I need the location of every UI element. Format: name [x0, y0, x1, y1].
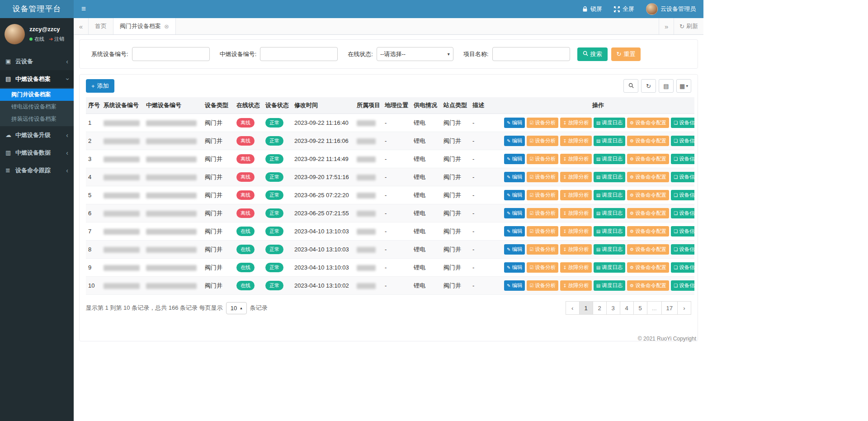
device-command-config-button[interactable]: ⚙设备命令配置 — [627, 190, 669, 200]
fault-analysis-button[interactable]: ↧故障分析 — [560, 208, 591, 218]
sidebar-item-lithium-remote-archive[interactable]: 锂电远传设备档案 — [0, 101, 74, 113]
edit-button[interactable]: ✎编辑 — [504, 208, 525, 218]
sidebar-item-valve-well-archive[interactable]: 阀门井设备档案 — [0, 89, 74, 101]
dispatch-log-button[interactable]: ▤调度日志 — [594, 226, 625, 237]
close-tab-icon[interactable]: ⊗ — [164, 23, 169, 30]
device-command-config-button[interactable]: ⚙设备命令配置 — [627, 244, 669, 255]
device-analysis-button[interactable]: ☑设备分析 — [527, 280, 558, 291]
device-info-button[interactable]: ❏设备信息 — [671, 280, 694, 291]
fullscreen-button[interactable]: 全屏 — [608, 0, 640, 18]
dispatch-log-button[interactable]: ▤调度日志 — [594, 154, 625, 164]
page-next-button[interactable]: › — [677, 301, 691, 315]
search-button[interactable]: 搜索 — [577, 47, 608, 61]
tabs-scroll-left-button[interactable]: « — [74, 18, 89, 34]
table-detail-view-button[interactable]: ▤ — [659, 79, 674, 93]
edit-button[interactable]: ✎编辑 — [504, 136, 525, 146]
edit-button[interactable]: ✎编辑 — [504, 226, 525, 237]
sidebar-item-cloud-device[interactable]: ▣ 云设备 ‹ — [0, 52, 74, 70]
sidebar-item-device-archive[interactable]: ▤ 中燃设备档案 ‹ — [0, 70, 74, 88]
dispatch-log-button[interactable]: ▤调度日志 — [594, 136, 625, 146]
device-info-button[interactable]: ❏设备信息 — [671, 118, 694, 128]
project-name-input[interactable] — [492, 47, 570, 61]
device-command-config-button[interactable]: ⚙设备命令配置 — [627, 172, 669, 182]
fault-analysis-button[interactable]: ↧故障分析 — [560, 190, 591, 200]
device-info-button[interactable]: ❏设备信息 — [671, 136, 694, 146]
device-command-config-button[interactable]: ⚙设备命令配置 — [627, 262, 669, 273]
tab-valve-well-archive[interactable]: 阀门井设备档案 ⊗ — [113, 18, 176, 34]
page-button-...[interactable]: ... — [647, 301, 662, 315]
fault-analysis-button[interactable]: ↧故障分析 — [560, 280, 591, 291]
page-button-17[interactable]: 17 — [661, 301, 678, 315]
dispatch-log-button[interactable]: ▤调度日志 — [594, 208, 625, 218]
edit-button[interactable]: ✎编辑 — [504, 172, 525, 182]
device-command-config-button[interactable]: ⚙设备命令配置 — [627, 118, 669, 128]
edit-button[interactable]: ✎编辑 — [504, 190, 525, 200]
page-button-1[interactable]: 1 — [579, 301, 593, 315]
device-analysis-button[interactable]: ☑设备分析 — [527, 172, 558, 182]
device-command-config-button[interactable]: ⚙设备命令配置 — [627, 208, 669, 218]
page-prev-button[interactable]: ‹ — [566, 301, 580, 315]
fault-analysis-button[interactable]: ↧故障分析 — [560, 118, 591, 128]
device-analysis-button[interactable]: ☑设备分析 — [527, 154, 558, 164]
device-info-button[interactable]: ❏设备信息 — [671, 262, 694, 273]
tabs-scroll-right-button[interactable]: » — [659, 18, 674, 34]
sidebar-item-device-upgrade[interactable]: ☁ 中燃设备升级 ‹ — [0, 126, 74, 144]
table-refresh-button[interactable]: ↻ — [641, 79, 656, 93]
device-info-button[interactable]: ❏设备信息 — [671, 208, 694, 218]
device-analysis-button[interactable]: ☑设备分析 — [527, 262, 558, 273]
edit-button[interactable]: ✎编辑 — [504, 262, 525, 273]
page-button-2[interactable]: 2 — [593, 301, 607, 315]
device-info-button[interactable]: ❏设备信息 — [671, 154, 694, 164]
device-command-config-button[interactable]: ⚙设备命令配置 — [627, 136, 669, 146]
add-button[interactable]: + 添加 — [86, 79, 114, 93]
table-search-toggle-button[interactable] — [623, 79, 638, 93]
fault-analysis-button[interactable]: ↧故障分析 — [560, 226, 591, 237]
tab-refresh-button[interactable]: ↻ 刷新 — [674, 18, 703, 34]
page-size-select[interactable]: 10 ▴ — [226, 302, 247, 314]
logout-link[interactable]: ➔ 注销 — [49, 36, 64, 43]
fault-analysis-button[interactable]: ↧故障分析 — [560, 154, 591, 164]
device-info-button[interactable]: ❏设备信息 — [671, 172, 694, 182]
page-button-3[interactable]: 3 — [606, 301, 620, 315]
edit-button[interactable]: ✎编辑 — [504, 244, 525, 255]
reset-button[interactable]: ↻ 重置 — [611, 47, 641, 61]
device-analysis-button[interactable]: ☑设备分析 — [527, 118, 558, 128]
edit-button[interactable]: ✎编辑 — [504, 154, 525, 164]
sys-device-no-input[interactable] — [132, 47, 210, 61]
dispatch-log-button[interactable]: ▤调度日志 — [594, 118, 625, 128]
lock-screen-button[interactable]: 锁屏 — [576, 0, 608, 18]
fault-analysis-button[interactable]: ↧故障分析 — [560, 172, 591, 182]
dispatch-log-button[interactable]: ▤调度日志 — [594, 280, 625, 291]
device-analysis-button[interactable]: ☑设备分析 — [527, 208, 558, 218]
page-button-4[interactable]: 4 — [620, 301, 634, 315]
table-columns-button[interactable]: ▦ ▾ — [676, 79, 691, 93]
fault-analysis-button[interactable]: ↧故障分析 — [560, 136, 591, 146]
device-info-button[interactable]: ❏设备信息 — [671, 226, 694, 237]
sidebar-toggle-button[interactable]: ≡ — [74, 0, 94, 18]
dispatch-log-button[interactable]: ▤调度日志 — [594, 190, 625, 200]
device-command-config-button[interactable]: ⚙设备命令配置 — [627, 154, 669, 164]
device-command-config-button[interactable]: ⚙设备命令配置 — [627, 280, 669, 291]
dispatch-log-button[interactable]: ▤调度日志 — [594, 244, 625, 255]
edit-button[interactable]: ✎编辑 — [504, 118, 525, 128]
device-info-button[interactable]: ❏设备信息 — [671, 244, 694, 255]
sidebar-item-assembled-remote-archive[interactable]: 拼装远传设备档案 — [0, 113, 74, 125]
edit-button[interactable]: ✎编辑 — [504, 280, 525, 291]
page-button-5[interactable]: 5 — [633, 301, 647, 315]
device-analysis-button[interactable]: ☑设备分析 — [527, 244, 558, 255]
user-menu[interactable]: 云设备管理员 — [640, 0, 702, 18]
dispatch-log-button[interactable]: ▤调度日志 — [594, 172, 625, 182]
device-info-button[interactable]: ❏设备信息 — [671, 190, 694, 200]
fault-analysis-button[interactable]: ↧故障分析 — [560, 262, 591, 273]
sidebar-item-device-data[interactable]: ▥ 中燃设备数据 ‹ — [0, 144, 74, 161]
online-status-select[interactable]: --请选择-- ▾ — [377, 47, 453, 61]
tab-home[interactable]: 首页 — [89, 18, 113, 34]
device-analysis-button[interactable]: ☑设备分析 — [527, 136, 558, 146]
dispatch-log-button[interactable]: ▤调度日志 — [594, 262, 625, 273]
sidebar-item-command-trace[interactable]: ≣ 设备命令跟踪 ‹ — [0, 161, 74, 179]
device-command-config-button[interactable]: ⚙设备命令配置 — [627, 226, 669, 237]
zhongran-device-no-input[interactable] — [260, 47, 338, 61]
device-analysis-button[interactable]: ☑设备分析 — [527, 190, 558, 200]
fault-analysis-button[interactable]: ↧故障分析 — [560, 244, 591, 255]
device-analysis-button[interactable]: ☑设备分析 — [527, 226, 558, 237]
